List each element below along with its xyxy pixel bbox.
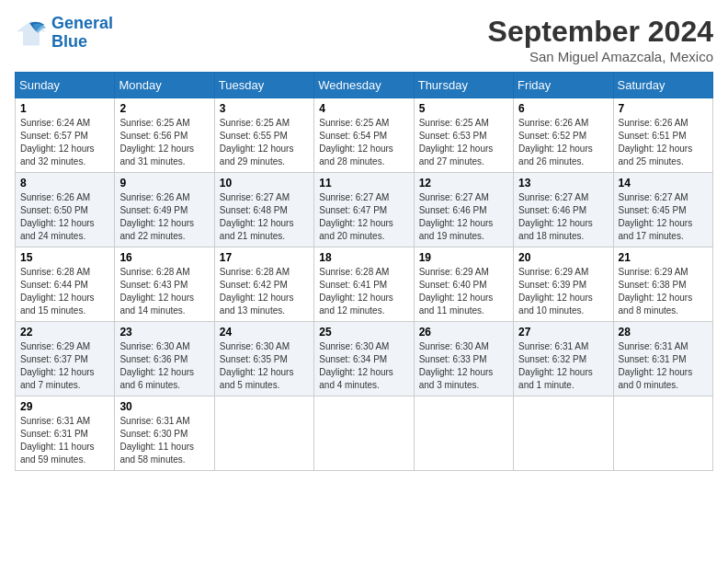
day-info: Sunrise: 6:28 AM Sunset: 6:43 PM Dayligh…: [119, 266, 209, 317]
calendar-cell: 4Sunrise: 6:25 AM Sunset: 6:54 PM Daylig…: [314, 98, 414, 173]
calendar-cell: 1Sunrise: 6:24 AM Sunset: 6:57 PM Daylig…: [16, 98, 115, 173]
calendar-cell: 30Sunrise: 6:31 AM Sunset: 6:30 PM Dayli…: [115, 396, 214, 471]
calendar-cell: 18Sunrise: 6:28 AM Sunset: 6:41 PM Dayli…: [314, 247, 414, 322]
logo-text: General Blue: [51, 15, 113, 52]
header-day-saturday: Saturday: [613, 73, 712, 98]
day-info: Sunrise: 6:30 AM Sunset: 6:34 PM Dayligh…: [319, 340, 408, 392]
calendar-subtitle: San Miguel Amazcala, Mexico: [488, 49, 713, 64]
header-day-sunday: Sunday: [16, 73, 115, 98]
day-number: 26: [419, 326, 508, 339]
calendar-cell: 8Sunrise: 6:26 AM Sunset: 6:50 PM Daylig…: [16, 173, 115, 247]
week-row-1: 1Sunrise: 6:24 AM Sunset: 6:57 PM Daylig…: [16, 98, 713, 173]
day-info: Sunrise: 6:26 AM Sunset: 6:49 PM Dayligh…: [119, 191, 209, 243]
day-number: 18: [319, 251, 408, 264]
week-row-5: 29Sunrise: 6:31 AM Sunset: 6:31 PM Dayli…: [16, 396, 713, 471]
day-number: 24: [220, 326, 309, 339]
day-number: 5: [419, 102, 508, 115]
day-number: 19: [419, 251, 508, 264]
day-info: Sunrise: 6:24 AM Sunset: 6:57 PM Dayligh…: [20, 117, 109, 168]
calendar-header-row: SundayMondayTuesdayWednesdayThursdayFrid…: [16, 73, 713, 98]
calendar-cell: 6Sunrise: 6:26 AM Sunset: 6:52 PM Daylig…: [514, 98, 613, 173]
week-row-3: 15Sunrise: 6:28 AM Sunset: 6:44 PM Dayli…: [16, 247, 713, 322]
day-info: Sunrise: 6:31 AM Sunset: 6:31 PM Dayligh…: [619, 340, 708, 392]
calendar-cell: [613, 396, 712, 471]
calendar-cell: 5Sunrise: 6:25 AM Sunset: 6:53 PM Daylig…: [414, 98, 513, 173]
day-number: 14: [619, 177, 708, 190]
logo: General Blue: [15, 15, 113, 52]
calendar-cell: 10Sunrise: 6:27 AM Sunset: 6:48 PM Dayli…: [214, 173, 313, 247]
day-info: Sunrise: 6:31 AM Sunset: 6:31 PM Dayligh…: [20, 415, 109, 466]
calendar-cell: 28Sunrise: 6:31 AM Sunset: 6:31 PM Dayli…: [613, 322, 712, 396]
calendar-cell: 19Sunrise: 6:29 AM Sunset: 6:40 PM Dayli…: [414, 247, 513, 322]
calendar-cell: 23Sunrise: 6:30 AM Sunset: 6:36 PM Dayli…: [115, 322, 214, 396]
calendar-cell: 15Sunrise: 6:28 AM Sunset: 6:44 PM Dayli…: [16, 247, 115, 322]
calendar-cell: 25Sunrise: 6:30 AM Sunset: 6:34 PM Dayli…: [314, 322, 414, 396]
day-number: 8: [20, 177, 109, 190]
day-info: Sunrise: 6:27 AM Sunset: 6:47 PM Dayligh…: [319, 191, 408, 243]
calendar-title: September 2024: [488, 15, 713, 49]
week-row-2: 8Sunrise: 6:26 AM Sunset: 6:50 PM Daylig…: [16, 173, 713, 247]
day-number: 22: [20, 326, 109, 339]
week-row-4: 22Sunrise: 6:29 AM Sunset: 6:37 PM Dayli…: [16, 322, 713, 396]
calendar-cell: 17Sunrise: 6:28 AM Sunset: 6:42 PM Dayli…: [214, 247, 313, 322]
day-number: 1: [20, 102, 109, 115]
day-number: 17: [220, 251, 309, 264]
day-number: 11: [319, 177, 408, 190]
day-info: Sunrise: 6:27 AM Sunset: 6:48 PM Dayligh…: [220, 191, 309, 243]
day-info: Sunrise: 6:27 AM Sunset: 6:46 PM Dayligh…: [419, 191, 508, 243]
calendar-cell: 29Sunrise: 6:31 AM Sunset: 6:31 PM Dayli…: [16, 396, 115, 471]
calendar-cell: 26Sunrise: 6:30 AM Sunset: 6:33 PM Dayli…: [414, 322, 513, 396]
day-number: 3: [220, 102, 309, 115]
day-number: 7: [619, 102, 708, 115]
calendar-cell: 9Sunrise: 6:26 AM Sunset: 6:49 PM Daylig…: [115, 173, 214, 247]
day-info: Sunrise: 6:28 AM Sunset: 6:42 PM Dayligh…: [220, 266, 309, 317]
day-info: Sunrise: 6:29 AM Sunset: 6:39 PM Dayligh…: [518, 266, 608, 317]
day-info: Sunrise: 6:30 AM Sunset: 6:36 PM Dayligh…: [119, 340, 209, 392]
day-number: 10: [220, 177, 309, 190]
calendar-cell: 16Sunrise: 6:28 AM Sunset: 6:43 PM Dayli…: [115, 247, 214, 322]
day-info: Sunrise: 6:29 AM Sunset: 6:38 PM Dayligh…: [619, 266, 708, 317]
day-info: Sunrise: 6:30 AM Sunset: 6:33 PM Dayligh…: [419, 340, 508, 392]
calendar-cell: 12Sunrise: 6:27 AM Sunset: 6:46 PM Dayli…: [414, 173, 513, 247]
day-info: Sunrise: 6:25 AM Sunset: 6:56 PM Dayligh…: [119, 117, 209, 168]
day-number: 16: [119, 251, 209, 264]
day-number: 15: [20, 251, 109, 264]
day-number: 20: [518, 251, 608, 264]
header-day-monday: Monday: [115, 73, 214, 98]
day-number: 25: [319, 326, 408, 339]
calendar-cell: [214, 396, 313, 471]
header-day-thursday: Thursday: [414, 73, 513, 98]
day-number: 4: [319, 102, 408, 115]
day-number: 2: [119, 102, 209, 115]
day-number: 23: [119, 326, 209, 339]
calendar-cell: [414, 396, 513, 471]
day-info: Sunrise: 6:25 AM Sunset: 6:55 PM Dayligh…: [220, 117, 309, 168]
day-number: 12: [419, 177, 508, 190]
calendar-cell: 2Sunrise: 6:25 AM Sunset: 6:56 PM Daylig…: [115, 98, 214, 173]
calendar-table: SundayMondayTuesdayWednesdayThursdayFrid…: [15, 72, 713, 471]
day-info: Sunrise: 6:31 AM Sunset: 6:32 PM Dayligh…: [518, 340, 608, 392]
day-info: Sunrise: 6:30 AM Sunset: 6:35 PM Dayligh…: [220, 340, 309, 392]
day-info: Sunrise: 6:28 AM Sunset: 6:41 PM Dayligh…: [319, 266, 408, 317]
day-info: Sunrise: 6:27 AM Sunset: 6:45 PM Dayligh…: [619, 191, 708, 243]
day-info: Sunrise: 6:26 AM Sunset: 6:50 PM Dayligh…: [20, 191, 109, 243]
calendar-cell: [514, 396, 613, 471]
day-number: 21: [619, 251, 708, 264]
header-day-friday: Friday: [514, 73, 613, 98]
day-info: Sunrise: 6:26 AM Sunset: 6:51 PM Dayligh…: [619, 117, 708, 168]
calendar-cell: 21Sunrise: 6:29 AM Sunset: 6:38 PM Dayli…: [613, 247, 712, 322]
day-info: Sunrise: 6:29 AM Sunset: 6:37 PM Dayligh…: [20, 340, 109, 392]
calendar-cell: 7Sunrise: 6:26 AM Sunset: 6:51 PM Daylig…: [613, 98, 712, 173]
day-number: 27: [518, 326, 608, 339]
day-info: Sunrise: 6:31 AM Sunset: 6:30 PM Dayligh…: [119, 415, 209, 466]
title-area: September 2024 San Miguel Amazcala, Mexi…: [488, 15, 713, 64]
calendar-cell: 11Sunrise: 6:27 AM Sunset: 6:47 PM Dayli…: [314, 173, 414, 247]
calendar-cell: 13Sunrise: 6:27 AM Sunset: 6:46 PM Dayli…: [514, 173, 613, 247]
day-number: 13: [518, 177, 608, 190]
day-info: Sunrise: 6:27 AM Sunset: 6:46 PM Dayligh…: [518, 191, 608, 243]
calendar-cell: 14Sunrise: 6:27 AM Sunset: 6:45 PM Dayli…: [613, 173, 712, 247]
calendar-cell: 27Sunrise: 6:31 AM Sunset: 6:32 PM Dayli…: [514, 322, 613, 396]
day-number: 29: [20, 400, 109, 413]
header-day-tuesday: Tuesday: [214, 73, 313, 98]
day-number: 28: [619, 326, 708, 339]
